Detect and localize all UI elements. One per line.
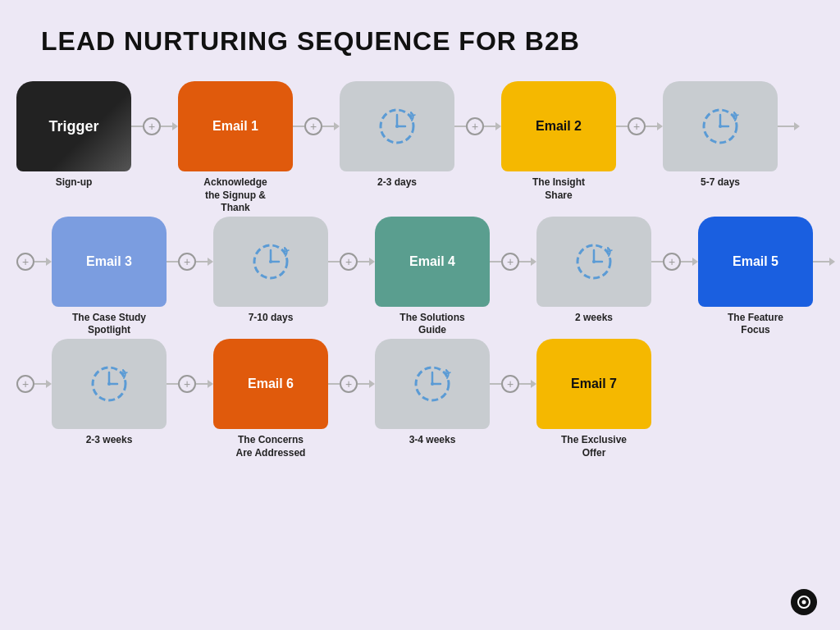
delay3-sublabel: 7-10 days	[249, 312, 294, 325]
node-email7: Email 7 The ExclusiveOffer	[536, 339, 651, 459]
connector-2-2: +	[328, 217, 375, 307]
row-3: + 2-3 weeks +	[16, 339, 824, 459]
email7-label: Email 7	[571, 377, 617, 391]
row1-right-end	[778, 81, 800, 171]
connector-2-3: +	[490, 217, 536, 307]
row3-left-end: +	[16, 339, 52, 429]
row-1: Trigger Sign-up + Email 1 Acknowledgethe…	[16, 81, 824, 215]
email3-card: Email 3	[52, 217, 167, 307]
connector-1-1: +	[131, 81, 178, 171]
logo-icon	[797, 595, 811, 609]
email6-sublabel: The ConcernsAre Addressed	[236, 434, 306, 459]
clock-icon	[249, 240, 293, 284]
connector-3-2: +	[328, 339, 375, 429]
delay2-sublabel: 5-7 days	[701, 176, 740, 189]
plus-icon[interactable]: +	[178, 253, 196, 271]
node-delay1: 2-3 days	[340, 81, 454, 189]
node-delay2: 5-7 days	[663, 81, 778, 189]
email3-sublabel: The Case StudySpotlight	[72, 312, 146, 337]
plus-icon[interactable]: +	[143, 117, 161, 135]
clock-icon	[87, 362, 131, 406]
delay2-card	[663, 81, 778, 171]
node-delay3: 7-10 days	[213, 217, 328, 325]
row2-right-end	[813, 217, 835, 307]
connector-1-2: +	[293, 81, 340, 171]
trigger-card: Trigger	[16, 81, 131, 171]
node-email4: Email 4 The SolutionsGuide	[375, 217, 490, 337]
plus-icon[interactable]: +	[340, 375, 358, 393]
email1-sublabel: Acknowledgethe Signup &Thank	[203, 176, 267, 215]
trigger-label: Trigger	[48, 118, 98, 135]
node-email5: Email 5 The FeatureFocus	[698, 217, 813, 337]
plus-icon[interactable]: +	[628, 117, 646, 135]
plus-icon[interactable]: +	[663, 253, 681, 271]
delay6-card	[375, 339, 490, 429]
email1-label: Email 1	[212, 119, 258, 134]
delay1-card	[340, 81, 454, 171]
delay3-card	[213, 217, 328, 307]
email2-sublabel: The InsightShare	[532, 176, 585, 202]
delay5-card	[52, 339, 167, 429]
node-email6: Email 6 The ConcernsAre Addressed	[213, 339, 328, 459]
node-delay4: 2 weeks	[536, 217, 651, 325]
node-trigger: Trigger Sign-up	[16, 81, 131, 189]
connector-3-1: +	[167, 339, 213, 429]
delay1-sublabel: 2-3 days	[377, 176, 417, 189]
clock-icon	[375, 104, 419, 148]
plus-icon[interactable]: +	[16, 253, 34, 271]
email6-label: Email 6	[248, 377, 294, 391]
row-2: + Email 3 The Case StudySpotlight +	[16, 217, 824, 337]
connector-2-1: +	[167, 217, 213, 307]
clock-icon	[572, 240, 616, 284]
clock-icon	[410, 362, 454, 406]
clock-icon	[698, 104, 742, 148]
plus-icon[interactable]: +	[340, 253, 358, 271]
delay6-sublabel: 3-4 weeks	[409, 434, 456, 447]
trigger-sublabel: Sign-up	[56, 176, 93, 189]
email7-card: Email 7	[536, 339, 651, 429]
plus-icon[interactable]: +	[501, 375, 519, 393]
diagram: Trigger Sign-up + Email 1 Acknowledgethe…	[0, 73, 840, 466]
page-title: Lead Nurturing Sequence for B2B	[0, 0, 840, 73]
email2-label: Email 2	[536, 119, 582, 134]
email1-card: Email 1	[178, 81, 293, 171]
plus-icon[interactable]: +	[466, 117, 484, 135]
connector-2-4: +	[651, 217, 698, 307]
row2-left-end: +	[16, 217, 52, 307]
email5-sublabel: The FeatureFocus	[728, 312, 783, 337]
connector-1-3: +	[454, 81, 501, 171]
node-delay5: 2-3 weeks	[52, 339, 167, 447]
delay4-sublabel: 2 weeks	[575, 312, 613, 325]
node-email2: Email 2 The InsightShare	[501, 81, 616, 202]
node-email1: Email 1 Acknowledgethe Signup &Thank	[178, 81, 293, 215]
plus-icon[interactable]: +	[16, 375, 34, 393]
email4-sublabel: The SolutionsGuide	[399, 312, 464, 337]
plus-icon[interactable]: +	[501, 253, 519, 271]
svg-point-25	[802, 600, 806, 605]
node-delay6: 3-4 weeks	[375, 339, 490, 447]
connector-3-3: +	[490, 339, 536, 429]
email5-label: Email 5	[733, 254, 778, 269]
plus-icon[interactable]: +	[178, 375, 196, 393]
plus-icon[interactable]: +	[304, 117, 322, 135]
email3-label: Email 3	[86, 254, 132, 269]
email4-card: Email 4	[375, 217, 490, 307]
logo	[791, 589, 817, 615]
delay4-card	[536, 217, 651, 307]
email5-card: Email 5	[698, 217, 813, 307]
email6-card: Email 6	[213, 339, 328, 429]
email2-card: Email 2	[501, 81, 616, 171]
email4-label: Email 4	[409, 254, 455, 269]
email7-sublabel: The ExclusiveOffer	[561, 434, 627, 459]
node-email3: Email 3 The Case StudySpotlight	[52, 217, 167, 337]
connector-1-4: +	[616, 81, 663, 171]
delay5-sublabel: 2-3 weeks	[86, 434, 133, 447]
